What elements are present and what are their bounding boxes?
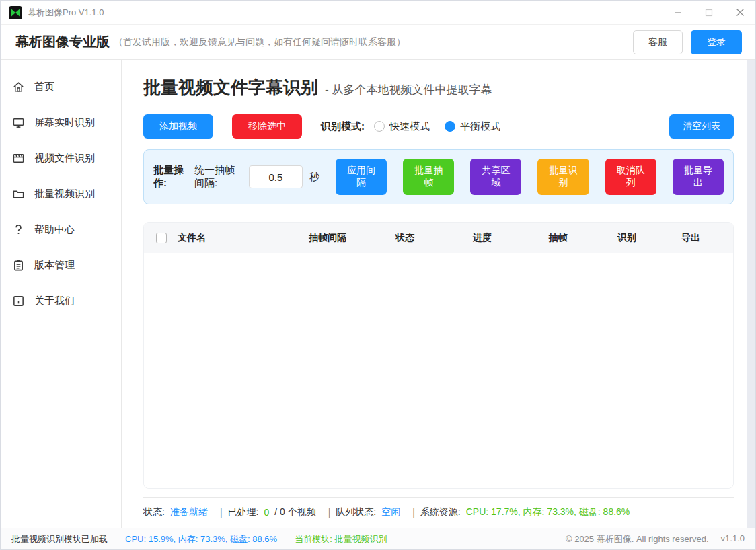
page-title-row: 批量视频文件字幕识别 - 从多个本地视频文件中提取字幕 — [143, 76, 734, 100]
col-filename: 文件名 — [178, 232, 287, 244]
interval-label: 统一抽帧间隔: — [194, 164, 242, 190]
status-separator: | — [220, 507, 223, 518]
clear-list-button[interactable]: 清空列表 — [669, 114, 734, 139]
status-value: 准备就绪 — [170, 506, 208, 518]
monitor-icon — [11, 116, 25, 129]
mode-label: 识别模式: — [321, 120, 365, 133]
sidebar-item-version[interactable]: 版本管理 — [1, 250, 121, 280]
app-header: 幕析图像专业版 （首发试用版，欢迎反馈意见与问题，如有任何疑问请随时联系客服） … — [1, 25, 755, 60]
sidebar-item-label: 视频文件识别 — [34, 152, 95, 165]
footer-resources: CPU: 15.9%, 内存: 73.3%, 磁盘: 88.6% — [125, 533, 277, 545]
home-icon — [11, 80, 25, 93]
batch-operations-bar: 批量操作: 统一抽帧间隔: 秒 应用间隔 批量抽帧 共享区域 批量识别 取消队列… — [143, 149, 734, 204]
processed-total: / 0 个视频 — [274, 506, 315, 518]
interval-unit: 秒 — [309, 171, 319, 184]
apply-interval-button[interactable]: 应用间隔 — [336, 159, 387, 195]
sidebar-item-label: 首页 — [34, 81, 54, 93]
interval-input[interactable] — [249, 165, 303, 188]
sidebar-item-screen-realtime[interactable]: 屏幕实时识别 — [1, 108, 121, 137]
sidebar-item-label: 屏幕实时识别 — [34, 116, 95, 129]
version: v1.1.0 — [721, 533, 745, 545]
sidebar-item-about[interactable]: 关于我们 — [1, 286, 121, 315]
vertical-scrollbar[interactable] — [747, 60, 755, 528]
radio-unchecked-icon[interactable] — [374, 121, 385, 132]
resource-value: CPU: 17.7%, 内存: 73.3%, 磁盘: 88.6% — [466, 506, 630, 518]
clipboard-icon — [11, 258, 25, 272]
col-extract: 抽帧 — [523, 232, 593, 244]
col-progress: 进度 — [442, 232, 523, 244]
col-status: 状态 — [368, 232, 442, 244]
shared-region-button[interactable]: 共享区域 — [470, 159, 521, 195]
cancel-queue-button[interactable]: 取消队列 — [605, 159, 656, 195]
resource-label: 系统资源: — [420, 506, 461, 518]
minimize-icon[interactable] — [663, 1, 693, 24]
header-actions: 客服 登录 — [633, 30, 742, 54]
sidebar-item-batch-video[interactable]: 批量视频识别 — [1, 179, 121, 208]
table-body-empty — [144, 253, 733, 488]
page-subtitle: - 从多个本地视频文件中提取字幕 — [325, 82, 492, 97]
question-icon — [11, 223, 25, 236]
close-icon[interactable] — [724, 1, 755, 24]
brand-title: 幕析图像专业版 — [15, 33, 110, 51]
sidebar-item-label: 帮助中心 — [34, 223, 75, 236]
select-all-checkbox[interactable] — [156, 233, 167, 243]
login-button[interactable]: 登录 — [691, 30, 742, 54]
mode-fast-radio[interactable]: 快速模式 — [374, 120, 430, 133]
titlebar: 幕析图像Pro V1.1.0 — [1, 1, 755, 25]
footer-bar: 批量视频识别模块已加载 CPU: 15.9%, 内存: 73.3%, 磁盘: 8… — [1, 528, 755, 549]
window-controls — [663, 1, 755, 24]
mode-radio-group: 快速模式 平衡模式 — [374, 120, 500, 133]
module-status: 批量视频识别模块已加载 — [11, 533, 108, 545]
app-body: 首页 屏幕实时识别 视频文件识别 批量视频识别 帮助中心 版本管理 — [1, 60, 755, 528]
sidebar-item-label: 批量视频识别 — [34, 188, 95, 200]
folder-icon — [11, 187, 25, 200]
batch-operations-label: 批量操作: — [153, 164, 186, 190]
sidebar-item-help-center[interactable]: 帮助中心 — [1, 214, 121, 244]
queue-label: 队列状态: — [336, 506, 376, 518]
sidebar-item-label: 关于我们 — [34, 294, 75, 307]
info-icon — [11, 294, 25, 307]
add-video-button[interactable]: 添加视频 — [143, 114, 213, 139]
status-bar: 状态: 准备就绪 | 已处理: 0 / 0 个视频 | 队列状态: 空闲 | 系… — [143, 497, 734, 528]
toolbar: 添加视频 移除选中 识别模式: 快速模式 平衡模式 清空列表 — [143, 114, 734, 139]
batch-recognize-button[interactable]: 批量识别 — [537, 159, 589, 195]
sidebar-item-label: 版本管理 — [34, 259, 75, 272]
status-separator: | — [328, 507, 331, 518]
processed-count: 0 — [264, 507, 269, 518]
queue-value: 空闲 — [381, 506, 400, 518]
app-window: 幕析图像Pro V1.1.0 幕析图像专业版 （首发试用版，欢迎反馈意见与问题，… — [0, 0, 756, 550]
sidebar-item-home[interactable]: 首页 — [1, 72, 121, 102]
current-module: 当前模块: 批量视频识别 — [295, 533, 387, 545]
video-file-table: 文件名 抽帧间隔 状态 进度 抽帧 识别 导出 — [143, 222, 734, 489]
footer-right: © 2025 幕析图像. All rights reserved. v1.1.0 — [566, 533, 745, 545]
col-recognize: 识别 — [593, 232, 660, 244]
sidebar: 首页 屏幕实时识别 视频文件识别 批量视频识别 帮助中心 版本管理 — [1, 60, 122, 528]
support-button[interactable]: 客服 — [633, 30, 683, 54]
col-frame-interval: 抽帧间隔 — [287, 232, 368, 244]
mode-balanced-label: 平衡模式 — [460, 120, 500, 133]
status-separator: | — [412, 507, 415, 518]
col-export: 导出 — [660, 232, 721, 244]
batch-export-button[interactable]: 批量导出 — [673, 159, 724, 195]
maximize-icon[interactable] — [693, 1, 724, 24]
mode-balanced-radio[interactable]: 平衡模式 — [445, 120, 500, 133]
app-logo-icon — [9, 6, 22, 19]
page-title: 批量视频文件字幕识别 — [143, 76, 318, 100]
brand-note: （首发试用版，欢迎反馈意见与问题，如有任何疑问请随时联系客服） — [114, 36, 406, 48]
batch-extract-button[interactable]: 批量抽帧 — [403, 159, 454, 195]
window-title: 幕析图像Pro V1.1.0 — [28, 7, 104, 19]
remove-selected-button[interactable]: 移除选中 — [232, 114, 302, 139]
processed-label: 已处理: — [228, 506, 259, 518]
copyright: © 2025 幕析图像. All rights reserved. — [566, 533, 709, 545]
main-content: 批量视频文件字幕识别 - 从多个本地视频文件中提取字幕 添加视频 移除选中 识别… — [122, 60, 747, 528]
clapperboard-icon — [11, 151, 25, 165]
table-header-row: 文件名 抽帧间隔 状态 进度 抽帧 识别 导出 — [144, 223, 733, 253]
status-label: 状态: — [143, 506, 165, 518]
mode-fast-label: 快速模式 — [389, 120, 430, 133]
radio-checked-icon[interactable] — [445, 121, 455, 132]
sidebar-item-video-file[interactable]: 视频文件识别 — [1, 143, 121, 173]
